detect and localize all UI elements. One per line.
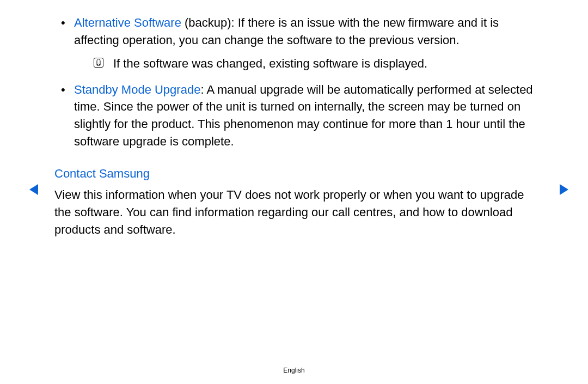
next-page-arrow-icon[interactable] — [560, 184, 568, 195]
bullet-list: Alternative Software (backup): If there … — [54, 14, 534, 150]
term-standby-mode-upgrade: Standby Mode Upgrade — [74, 83, 200, 96]
bullet-content: Alternative Software (backup): If there … — [44, 14, 544, 150]
section-contact-samsung: Contact Samsung View this information wh… — [44, 167, 544, 239]
prev-page-arrow-icon[interactable] — [29, 184, 38, 195]
list-item: Alternative Software (backup): If there … — [54, 14, 534, 72]
footer-language: English — [0, 367, 588, 374]
note-row: If the software was changed, existing so… — [94, 56, 534, 72]
section-title: Contact Samsung — [54, 167, 534, 181]
note-pencil-icon — [94, 58, 103, 68]
term-alternative-software: Alternative Software — [74, 16, 181, 29]
note-text: If the software was changed, existing so… — [113, 56, 427, 72]
list-item: Standby Mode Upgrade: A manual upgrade w… — [54, 81, 534, 151]
section-body: View this information when your TV does … — [54, 186, 534, 239]
manual-page: Alternative Software (backup): If there … — [0, 0, 588, 384]
